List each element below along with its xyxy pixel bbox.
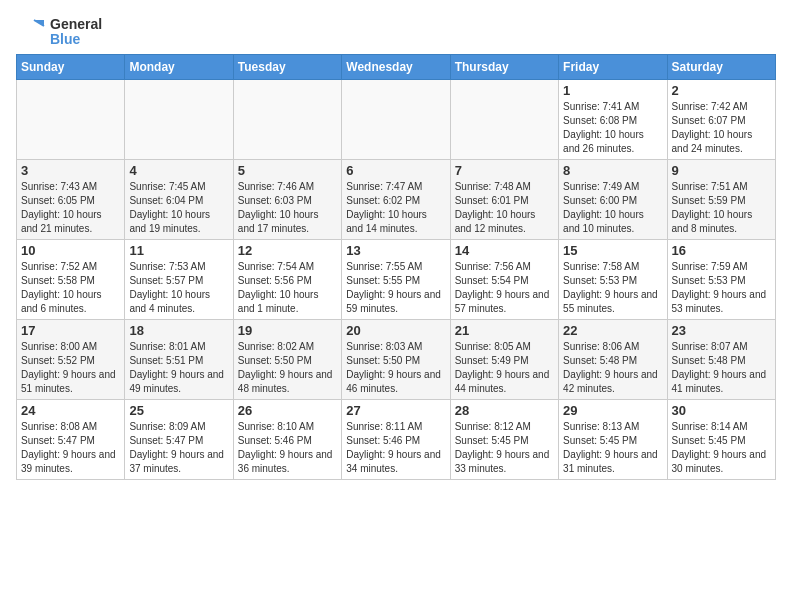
calendar: SundayMondayTuesdayWednesdayThursdayFrid… [16, 54, 776, 480]
day-number: 22 [563, 323, 662, 338]
weekday-header: Sunday [17, 55, 125, 80]
logo: General Blue [16, 16, 102, 48]
day-info: Sunrise: 7:51 AM Sunset: 5:59 PM Dayligh… [672, 180, 771, 236]
logo-general: General [50, 17, 102, 32]
day-number: 16 [672, 243, 771, 258]
day-number: 6 [346, 163, 445, 178]
day-info: Sunrise: 7:59 AM Sunset: 5:53 PM Dayligh… [672, 260, 771, 316]
weekday-header: Wednesday [342, 55, 450, 80]
calendar-cell: 12Sunrise: 7:54 AM Sunset: 5:56 PM Dayli… [233, 240, 341, 320]
day-info: Sunrise: 8:06 AM Sunset: 5:48 PM Dayligh… [563, 340, 662, 396]
day-info: Sunrise: 8:02 AM Sunset: 5:50 PM Dayligh… [238, 340, 337, 396]
day-number: 24 [21, 403, 120, 418]
calendar-cell: 10Sunrise: 7:52 AM Sunset: 5:58 PM Dayli… [17, 240, 125, 320]
day-number: 29 [563, 403, 662, 418]
calendar-cell: 16Sunrise: 7:59 AM Sunset: 5:53 PM Dayli… [667, 240, 775, 320]
day-number: 13 [346, 243, 445, 258]
day-info: Sunrise: 7:53 AM Sunset: 5:57 PM Dayligh… [129, 260, 228, 316]
calendar-cell: 15Sunrise: 7:58 AM Sunset: 5:53 PM Dayli… [559, 240, 667, 320]
calendar-cell: 29Sunrise: 8:13 AM Sunset: 5:45 PM Dayli… [559, 400, 667, 480]
day-number: 10 [21, 243, 120, 258]
day-info: Sunrise: 8:14 AM Sunset: 5:45 PM Dayligh… [672, 420, 771, 476]
day-number: 12 [238, 243, 337, 258]
weekday-header: Monday [125, 55, 233, 80]
calendar-header-row: SundayMondayTuesdayWednesdayThursdayFrid… [17, 55, 776, 80]
calendar-cell: 23Sunrise: 8:07 AM Sunset: 5:48 PM Dayli… [667, 320, 775, 400]
day-number: 30 [672, 403, 771, 418]
weekday-header: Tuesday [233, 55, 341, 80]
day-info: Sunrise: 8:01 AM Sunset: 5:51 PM Dayligh… [129, 340, 228, 396]
day-info: Sunrise: 7:55 AM Sunset: 5:55 PM Dayligh… [346, 260, 445, 316]
calendar-cell: 2Sunrise: 7:42 AM Sunset: 6:07 PM Daylig… [667, 80, 775, 160]
calendar-cell: 3Sunrise: 7:43 AM Sunset: 6:05 PM Daylig… [17, 160, 125, 240]
day-number: 28 [455, 403, 554, 418]
calendar-cell: 26Sunrise: 8:10 AM Sunset: 5:46 PM Dayli… [233, 400, 341, 480]
day-number: 14 [455, 243, 554, 258]
calendar-week-row: 24Sunrise: 8:08 AM Sunset: 5:47 PM Dayli… [17, 400, 776, 480]
day-number: 8 [563, 163, 662, 178]
weekday-header: Friday [559, 55, 667, 80]
weekday-header: Thursday [450, 55, 558, 80]
day-info: Sunrise: 8:00 AM Sunset: 5:52 PM Dayligh… [21, 340, 120, 396]
calendar-week-row: 3Sunrise: 7:43 AM Sunset: 6:05 PM Daylig… [17, 160, 776, 240]
calendar-cell [125, 80, 233, 160]
day-number: 21 [455, 323, 554, 338]
day-number: 18 [129, 323, 228, 338]
calendar-cell [233, 80, 341, 160]
day-number: 2 [672, 83, 771, 98]
day-info: Sunrise: 7:58 AM Sunset: 5:53 PM Dayligh… [563, 260, 662, 316]
day-info: Sunrise: 7:45 AM Sunset: 6:04 PM Dayligh… [129, 180, 228, 236]
calendar-cell: 6Sunrise: 7:47 AM Sunset: 6:02 PM Daylig… [342, 160, 450, 240]
calendar-cell: 17Sunrise: 8:00 AM Sunset: 5:52 PM Dayli… [17, 320, 125, 400]
calendar-week-row: 1Sunrise: 7:41 AM Sunset: 6:08 PM Daylig… [17, 80, 776, 160]
calendar-cell: 7Sunrise: 7:48 AM Sunset: 6:01 PM Daylig… [450, 160, 558, 240]
day-info: Sunrise: 8:13 AM Sunset: 5:45 PM Dayligh… [563, 420, 662, 476]
calendar-cell: 13Sunrise: 7:55 AM Sunset: 5:55 PM Dayli… [342, 240, 450, 320]
weekday-header: Saturday [667, 55, 775, 80]
day-number: 4 [129, 163, 228, 178]
calendar-cell: 8Sunrise: 7:49 AM Sunset: 6:00 PM Daylig… [559, 160, 667, 240]
day-info: Sunrise: 8:09 AM Sunset: 5:47 PM Dayligh… [129, 420, 228, 476]
calendar-cell: 27Sunrise: 8:11 AM Sunset: 5:46 PM Dayli… [342, 400, 450, 480]
calendar-cell: 25Sunrise: 8:09 AM Sunset: 5:47 PM Dayli… [125, 400, 233, 480]
calendar-cell: 28Sunrise: 8:12 AM Sunset: 5:45 PM Dayli… [450, 400, 558, 480]
day-info: Sunrise: 8:05 AM Sunset: 5:49 PM Dayligh… [455, 340, 554, 396]
day-info: Sunrise: 7:42 AM Sunset: 6:07 PM Dayligh… [672, 100, 771, 156]
logo-blue: Blue [50, 32, 102, 47]
day-info: Sunrise: 8:11 AM Sunset: 5:46 PM Dayligh… [346, 420, 445, 476]
day-info: Sunrise: 8:08 AM Sunset: 5:47 PM Dayligh… [21, 420, 120, 476]
day-number: 17 [21, 323, 120, 338]
calendar-cell [342, 80, 450, 160]
header-section: General Blue [16, 16, 776, 48]
calendar-cell: 14Sunrise: 7:56 AM Sunset: 5:54 PM Dayli… [450, 240, 558, 320]
calendar-cell: 9Sunrise: 7:51 AM Sunset: 5:59 PM Daylig… [667, 160, 775, 240]
day-info: Sunrise: 7:56 AM Sunset: 5:54 PM Dayligh… [455, 260, 554, 316]
day-number: 3 [21, 163, 120, 178]
day-number: 23 [672, 323, 771, 338]
day-info: Sunrise: 7:52 AM Sunset: 5:58 PM Dayligh… [21, 260, 120, 316]
day-number: 11 [129, 243, 228, 258]
calendar-cell: 22Sunrise: 8:06 AM Sunset: 5:48 PM Dayli… [559, 320, 667, 400]
day-info: Sunrise: 7:54 AM Sunset: 5:56 PM Dayligh… [238, 260, 337, 316]
day-info: Sunrise: 8:12 AM Sunset: 5:45 PM Dayligh… [455, 420, 554, 476]
day-number: 26 [238, 403, 337, 418]
calendar-cell: 4Sunrise: 7:45 AM Sunset: 6:04 PM Daylig… [125, 160, 233, 240]
day-number: 7 [455, 163, 554, 178]
calendar-cell: 5Sunrise: 7:46 AM Sunset: 6:03 PM Daylig… [233, 160, 341, 240]
calendar-cell: 24Sunrise: 8:08 AM Sunset: 5:47 PM Dayli… [17, 400, 125, 480]
calendar-cell: 20Sunrise: 8:03 AM Sunset: 5:50 PM Dayli… [342, 320, 450, 400]
day-info: Sunrise: 8:10 AM Sunset: 5:46 PM Dayligh… [238, 420, 337, 476]
day-number: 19 [238, 323, 337, 338]
calendar-week-row: 10Sunrise: 7:52 AM Sunset: 5:58 PM Dayli… [17, 240, 776, 320]
day-info: Sunrise: 8:03 AM Sunset: 5:50 PM Dayligh… [346, 340, 445, 396]
day-info: Sunrise: 7:41 AM Sunset: 6:08 PM Dayligh… [563, 100, 662, 156]
calendar-cell: 21Sunrise: 8:05 AM Sunset: 5:49 PM Dayli… [450, 320, 558, 400]
day-number: 1 [563, 83, 662, 98]
day-number: 9 [672, 163, 771, 178]
calendar-cell: 1Sunrise: 7:41 AM Sunset: 6:08 PM Daylig… [559, 80, 667, 160]
day-info: Sunrise: 7:46 AM Sunset: 6:03 PM Dayligh… [238, 180, 337, 236]
calendar-cell: 11Sunrise: 7:53 AM Sunset: 5:57 PM Dayli… [125, 240, 233, 320]
calendar-week-row: 17Sunrise: 8:00 AM Sunset: 5:52 PM Dayli… [17, 320, 776, 400]
day-info: Sunrise: 8:07 AM Sunset: 5:48 PM Dayligh… [672, 340, 771, 396]
calendar-cell: 18Sunrise: 8:01 AM Sunset: 5:51 PM Dayli… [125, 320, 233, 400]
